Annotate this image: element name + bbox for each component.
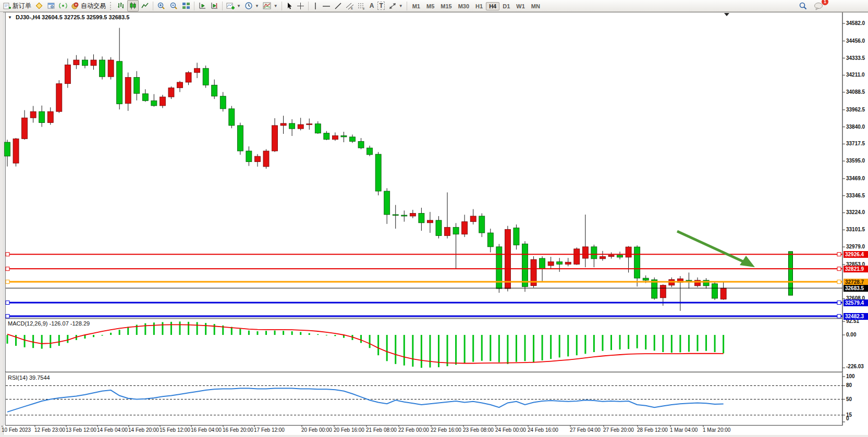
toolbar-separator — [222, 2, 223, 10]
trendline-tool-button[interactable] — [333, 1, 344, 11]
trendline-icon — [334, 2, 342, 10]
toolbar-separator — [308, 2, 309, 10]
vertical-line-tool-button[interactable] — [311, 1, 320, 11]
chart-area[interactable] — [0, 0, 868, 437]
line-handle — [837, 280, 841, 284]
macd-histogram — [7, 321, 725, 368]
zoom-in-icon — [157, 2, 166, 10]
cursor-button[interactable] — [284, 1, 295, 11]
line-chart-type-button[interactable] — [139, 1, 151, 11]
arrows-icon — [388, 2, 397, 10]
horizontal-line-object[interactable] — [6, 315, 842, 318]
signals-button[interactable] — [57, 1, 69, 11]
toolbar-grip — [110, 2, 113, 10]
candlestick-icon — [129, 2, 137, 10]
timeframe-button-MN[interactable]: MN — [528, 2, 543, 10]
timeframe-button-H4[interactable]: H4 — [486, 2, 499, 10]
timeframe-button-M1[interactable]: M1 — [409, 2, 423, 10]
chart-shift-button[interactable] — [209, 1, 220, 11]
line-handle — [6, 315, 9, 318]
fibonacci-tool-button[interactable]: F — [356, 1, 368, 11]
periods-button[interactable]: ▼ — [243, 1, 261, 11]
auto-trading-button[interactable]: 自动交易 — [69, 1, 107, 11]
vertical-line-icon — [312, 2, 319, 10]
new-order-label: 新订单 — [13, 2, 31, 10]
cursor-icon — [286, 2, 293, 10]
timeframe-button-M30[interactable]: M30 — [455, 2, 472, 10]
macd-signal-line — [7, 324, 724, 363]
horizontal-line-object[interactable] — [6, 253, 842, 256]
dropdown-caret-icon: ▼ — [237, 4, 241, 8]
price-scale[interactable] — [843, 12, 868, 426]
bar-chart-type-button[interactable] — [115, 1, 127, 11]
terminal-button[interactable] — [45, 1, 57, 11]
candlestick-chart-type-button[interactable] — [127, 0, 139, 11]
horizontal-line-tool-button[interactable] — [321, 1, 332, 11]
terminal-icon — [47, 2, 55, 10]
text-tool-icon: A — [370, 2, 374, 9]
channel-icon: E — [346, 2, 354, 10]
toolbar-right-group: 1 — [797, 1, 825, 11]
notification-count-badge: 1 — [822, 0, 828, 5]
text-label-tool-button[interactable]: T — [376, 1, 386, 11]
toolbar-separator — [282, 2, 282, 10]
text-tool-button[interactable]: A — [368, 1, 376, 11]
line-handle — [837, 253, 841, 256]
clock-icon — [244, 2, 253, 10]
auto-trading-icon — [71, 2, 79, 10]
timeframe-button-M15[interactable]: M15 — [437, 2, 455, 10]
timeframe-button-W1[interactable]: W1 — [513, 2, 528, 10]
timeframe-button-H1[interactable]: H1 — [472, 2, 486, 10]
line-handle — [6, 267, 9, 271]
mt4-window: 新订单 自动交易 — [0, 0, 868, 437]
tile-windows-icon — [182, 2, 190, 10]
notifications-button[interactable]: 1 — [812, 1, 825, 11]
timeframe-button-D1[interactable]: D1 — [499, 2, 513, 10]
zoom-in-button[interactable] — [155, 1, 167, 11]
toolbar-separator — [153, 2, 153, 10]
chart-shift-marker — [724, 13, 729, 16]
zoom-out-button[interactable] — [168, 1, 180, 11]
indicators-button[interactable]: ▼ — [225, 1, 242, 11]
auto-scroll-button[interactable] — [197, 1, 208, 11]
market-watch-icon — [35, 2, 43, 10]
toolbar-separator — [407, 2, 407, 10]
tile-windows-button[interactable] — [180, 1, 192, 11]
line-handle — [6, 253, 9, 256]
fibonacci-icon: F — [358, 2, 366, 10]
right-edge-candle — [789, 252, 793, 295]
equidistant-channel-tool-button[interactable]: E — [344, 1, 356, 11]
auto-scroll-icon — [198, 2, 206, 10]
templates-button[interactable]: ▼ — [261, 1, 279, 11]
horizontal-line-object[interactable] — [6, 267, 842, 271]
horizontal-line-icon — [322, 2, 331, 10]
line-chart-icon — [141, 2, 149, 10]
bar-chart-icon — [117, 2, 125, 10]
time-scale[interactable] — [3, 426, 843, 435]
timeframe-button-M5[interactable]: M5 — [423, 2, 437, 10]
market-watch-button[interactable] — [33, 1, 45, 11]
text-label-icon: T — [377, 2, 384, 10]
rsi-line — [7, 389, 724, 412]
arrows-tool-button[interactable]: ▼ — [387, 1, 405, 11]
signal-icon — [59, 2, 67, 10]
toolbar: 新订单 自动交易 — [0, 0, 868, 12]
dropdown-caret-icon: ▼ — [255, 4, 259, 8]
horizontal-line-object[interactable] — [6, 280, 842, 284]
zoom-out-icon — [169, 2, 178, 10]
line-handle — [6, 301, 9, 305]
line-handle — [837, 267, 841, 271]
trend-arrow-annotation — [677, 231, 748, 264]
auto-trading-label: 自动交易 — [81, 2, 106, 10]
channel-glyph: E — [351, 7, 353, 10]
new-order-button[interactable]: 新订单 — [2, 1, 33, 11]
search-icon — [799, 2, 808, 10]
line-handle — [837, 301, 841, 305]
crosshair-icon — [297, 2, 304, 10]
indicators-add-icon — [226, 2, 235, 10]
timeframe-bar: M1M5M15M30H1H4D1W1MN — [409, 1, 543, 10]
horizontal-line-object[interactable] — [6, 301, 842, 305]
search-button[interactable] — [797, 1, 809, 11]
crosshair-button[interactable] — [295, 1, 306, 11]
dropd own-caret-icon: ▼ — [274, 4, 278, 8]
